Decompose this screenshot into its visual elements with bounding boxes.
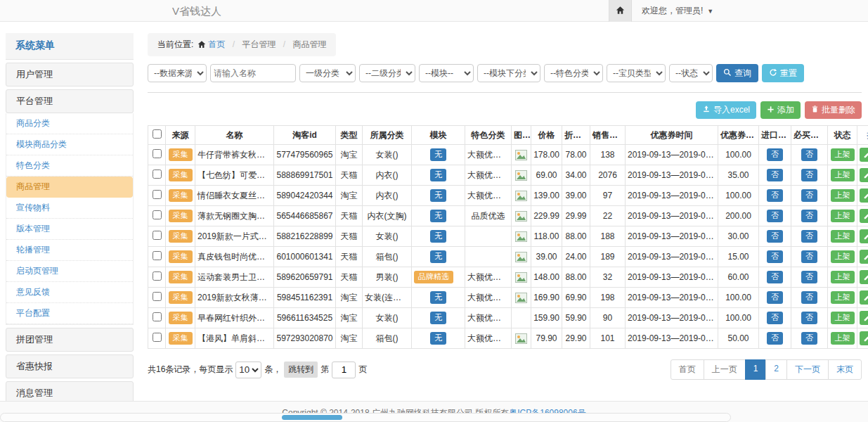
sidebar-item-1-7[interactable]: 启动页管理 — [6, 261, 133, 282]
source-badge: 采集 — [169, 312, 193, 324]
must-buy-badge[interactable]: 否 — [801, 230, 817, 242]
taoke-id-cell: 588869917501 — [274, 165, 336, 186]
status-badge[interactable]: 上架 — [831, 271, 855, 283]
status-badge[interactable]: 上架 — [831, 291, 855, 303]
imported-badge[interactable]: 否 — [767, 169, 783, 181]
status-badge[interactable]: 上架 — [831, 169, 855, 181]
sidebar-item-1-8[interactable]: 意见反馈 — [6, 282, 133, 303]
data-source-select[interactable]: --数据来源-- — [148, 64, 207, 82]
pager-item-0[interactable]: 首页 — [671, 359, 704, 380]
row-checkbox[interactable] — [153, 292, 162, 301]
edit-button[interactable] — [860, 229, 868, 243]
imported-badge[interactable]: 否 — [767, 189, 783, 201]
imported-badge[interactable]: 否 — [767, 148, 783, 160]
sidebar-item-1-0[interactable]: 商品分类 — [6, 113, 133, 134]
search-button[interactable]: 查询 — [716, 64, 758, 82]
imported-badge[interactable]: 否 — [767, 312, 783, 324]
status-badge[interactable]: 上架 — [831, 312, 855, 324]
row-checkbox[interactable] — [153, 170, 162, 179]
row-checkbox[interactable] — [153, 333, 162, 342]
must-buy-badge[interactable]: 否 — [801, 271, 817, 283]
source-cell: 采集 — [166, 226, 195, 247]
imported-badge[interactable]: 否 — [767, 271, 783, 283]
jump-page-input[interactable] — [332, 362, 356, 378]
edit-button[interactable] — [860, 270, 868, 284]
edit-button[interactable] — [860, 209, 868, 223]
must-buy-badge[interactable]: 否 — [801, 148, 817, 160]
pager-item-3[interactable]: 2 — [765, 359, 787, 380]
must-buy-badge[interactable]: 否 — [801, 332, 817, 344]
feature-category-select[interactable]: --特色分类-- — [544, 64, 603, 82]
row-checkbox[interactable] — [153, 210, 162, 219]
select-all-checkbox[interactable] — [153, 129, 162, 139]
sidebar-group-0[interactable]: 用户管理 — [6, 63, 134, 87]
status-badge[interactable]: 上架 — [831, 332, 855, 344]
must-buy-badge[interactable]: 否 — [801, 210, 817, 222]
sidebar-group-3[interactable]: 省惠快报 — [6, 354, 134, 378]
pager-item-2[interactable]: 1 — [745, 359, 767, 380]
sidebar-item-1-3[interactable]: 商品管理 — [6, 177, 133, 198]
scrollbar-thumb[interactable] — [282, 415, 342, 420]
horizontal-scrollbar[interactable] — [0, 413, 731, 422]
must-buy-badge[interactable]: 否 — [801, 169, 817, 181]
breadcrumb-home-link[interactable]: 首页 — [208, 39, 225, 49]
status-badge[interactable]: 上架 — [831, 148, 855, 160]
user-menu[interactable]: 欢迎您，管理员! ▼ — [632, 0, 713, 22]
edit-button[interactable] — [860, 331, 868, 345]
must-buy-cell: 否 — [791, 165, 828, 186]
must-buy-badge[interactable]: 否 — [801, 312, 817, 324]
row-checkbox[interactable] — [153, 231, 162, 240]
level1-category-select[interactable]: 一级分类 — [299, 64, 356, 82]
module-subcategory-select[interactable]: --模块下分类-- — [477, 64, 540, 82]
row-checkbox[interactable] — [153, 312, 162, 321]
import-excel-button[interactable]: 导入excel — [696, 101, 756, 119]
sidebar-item-1-4[interactable]: 宣传物料 — [6, 198, 133, 219]
edit-button[interactable] — [860, 311, 868, 325]
edit-button[interactable] — [860, 148, 868, 162]
add-button[interactable]: 添加 — [760, 101, 801, 119]
pager-item-4[interactable]: 下一页 — [786, 359, 829, 380]
imported-badge[interactable]: 否 — [767, 250, 783, 262]
imported-badge[interactable]: 否 — [767, 210, 783, 222]
must-buy-badge[interactable]: 否 — [801, 189, 817, 201]
row-checkbox[interactable] — [153, 190, 162, 199]
sidebar-item-1-5[interactable]: 版本管理 — [6, 219, 133, 240]
home-button[interactable] — [609, 0, 632, 22]
name-search-input[interactable] — [210, 64, 296, 82]
pager-item-1[interactable]: 上一页 — [704, 359, 746, 380]
row-checkbox-cell — [148, 247, 166, 267]
row-checkbox[interactable] — [153, 149, 162, 158]
status-select[interactable]: --状态-- — [669, 64, 713, 82]
status-badge[interactable]: 上架 — [831, 189, 855, 201]
per-page-select[interactable]: 10 — [235, 362, 261, 378]
status-badge[interactable]: 上架 — [831, 230, 855, 242]
sidebar-item-1-6[interactable]: 轮播管理 — [6, 240, 133, 261]
row-checkbox[interactable] — [153, 271, 162, 281]
edit-button[interactable] — [860, 250, 868, 264]
pager-item-5[interactable]: 末页 — [828, 359, 862, 380]
edit-button[interactable] — [860, 188, 868, 203]
discount-price-cell: 88.00 — [562, 267, 590, 288]
reset-button[interactable]: 重置 — [762, 64, 804, 82]
status-badge[interactable]: 上架 — [831, 250, 855, 262]
row-checkbox[interactable] — [153, 251, 162, 260]
level2-category-select[interactable]: --二级分类-- — [359, 64, 415, 82]
jump-suffix-text: 页 — [358, 364, 367, 376]
imported-badge[interactable]: 否 — [767, 332, 783, 344]
sidebar-group-4[interactable]: 消息管理 — [6, 381, 134, 401]
sidebar-item-1-1[interactable]: 模块商品分类 — [6, 134, 133, 155]
batch-delete-button[interactable]: 批量删除 — [805, 101, 862, 119]
must-buy-badge[interactable]: 否 — [801, 250, 817, 262]
imported-badge[interactable]: 否 — [767, 230, 783, 242]
edit-button[interactable] — [860, 290, 868, 305]
must-buy-badge[interactable]: 否 — [801, 291, 817, 303]
sidebar-group-2[interactable]: 拼团管理 — [6, 328, 134, 352]
sidebar-item-1-9[interactable]: 平台配置 — [6, 303, 133, 324]
module-select[interactable]: --模块-- — [419, 64, 474, 82]
edit-button[interactable] — [860, 168, 868, 182]
item-type-select[interactable]: --宝贝类型-- — [607, 64, 666, 82]
status-badge[interactable]: 上架 — [831, 210, 855, 222]
imported-badge[interactable]: 否 — [767, 291, 783, 303]
sidebar-item-1-2[interactable]: 特色分类 — [6, 155, 133, 177]
sidebar-group-1[interactable]: 平台管理 — [6, 89, 134, 113]
